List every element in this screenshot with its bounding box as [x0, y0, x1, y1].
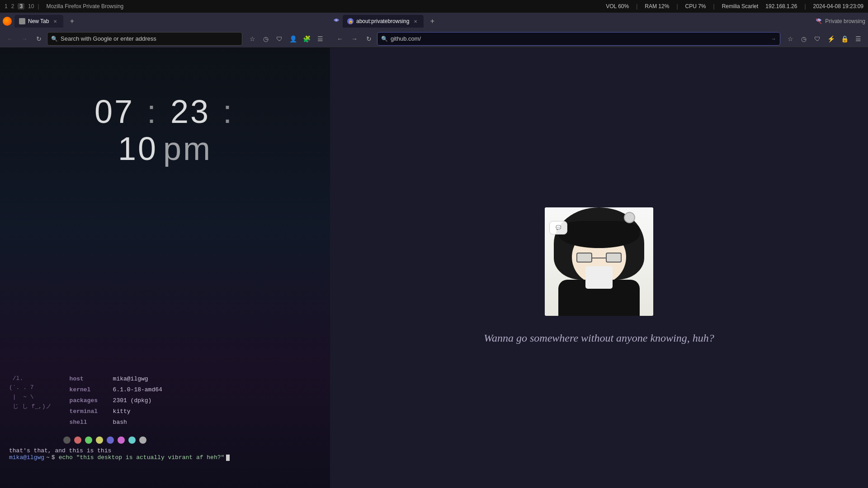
right-search-icon: 🔍: [381, 36, 388, 42]
history-icon[interactable]: ◷: [259, 33, 272, 45]
color-dot-1: [74, 436, 81, 444]
left-url-text[interactable]: Search with Google or enter address: [61, 35, 238, 42]
firefox-right-window: 🔒 about:privatebrowsing ✕ + Private brow…: [330, 13, 868, 488]
clock-minutes: 23: [170, 94, 210, 130]
right-active-tab[interactable]: 🔒 about:privatebrowsing ✕: [343, 15, 424, 28]
clock-ampm: pm: [163, 131, 212, 167]
right-menu-icon[interactable]: ☰: [852, 33, 864, 45]
shell-value: bash: [113, 418, 127, 427]
neofetch-host-row: host mika@ilgwg: [70, 374, 162, 384]
right-back-button[interactable]: ←: [334, 33, 346, 45]
bookmark-icon[interactable]: ☆: [246, 33, 259, 45]
separator: |: [38, 3, 39, 9]
neofetch-ascii: /l. (˙. . 7 | ~ \ じ し f_,)ノ: [9, 374, 52, 412]
cpu-stat: CPU 7%: [685, 3, 706, 9]
prompt-tilde: ~: [46, 454, 50, 461]
private-tab-favicon: 🔒: [347, 18, 354, 24]
right-navbar: ← → ↻ 🔍 github.com/ → ☆ ◷ 🛡 ⚡ 🔒 ☰: [330, 30, 868, 48]
datetime: 2024-04-08 19:23:09: [813, 3, 863, 9]
right-history-icon[interactable]: ◷: [797, 33, 810, 45]
vol-stat: VOL 60%: [606, 3, 629, 9]
left-active-tab[interactable]: New Tab ✕: [14, 15, 63, 28]
forward-button[interactable]: →: [18, 33, 31, 45]
left-navbar: ← → ↻ 🔍 Search with Google or enter addr…: [0, 30, 330, 48]
firefox-logo: [3, 17, 12, 26]
svg-point-0: [335, 19, 337, 21]
time-sep-1: :: [136, 94, 169, 130]
new-tab-favicon: [19, 18, 25, 24]
neofetch-terminal-row: terminal kitty: [70, 407, 162, 417]
left-url-bar[interactable]: 🔍 Search with Google or enter address: [47, 32, 242, 46]
left-tab-label: New Tab: [28, 18, 49, 24]
private-browsing-page: 💬 Wanna go somewhere without anyone know…: [330, 48, 868, 488]
window-title: Mozilla Firefox Private Browsing: [47, 3, 124, 9]
clock-display: 07 : 23 : 10pm: [83, 93, 248, 167]
kernel-value: 6.1.0-18-amd64: [113, 385, 162, 395]
right-firefox-sync-icon[interactable]: ⚡: [825, 33, 837, 45]
right-forward-button[interactable]: →: [348, 33, 361, 45]
neofetch-kernel-row: kernel 6.1.0-18-amd64: [70, 385, 162, 395]
prompt-line[interactable]: mika@ilgwg ~ $ echo "this desktop is act…: [9, 454, 321, 461]
firefox-left-window: New Tab ✕ + ← → ↻ 🔍 Search with Google o…: [0, 13, 330, 488]
extensions-icon[interactable]: 🧩: [300, 33, 313, 45]
right-url-text[interactable]: github.com/: [391, 35, 768, 42]
cursor: [226, 455, 230, 461]
color-dot-5: [118, 436, 125, 444]
right-new-tab-button[interactable]: +: [426, 15, 438, 27]
right-account-icon[interactable]: 🔒: [838, 33, 851, 45]
ram-stat: RAM 12%: [645, 3, 669, 9]
clock-hours: 07: [94, 94, 134, 130]
color-dots: [63, 436, 321, 444]
right-shield-icon[interactable]: 🛡: [811, 33, 824, 45]
right-reload-button[interactable]: ↻: [363, 33, 375, 45]
right-titlebar: 🔒 about:privatebrowsing ✕ + Private brow…: [330, 13, 868, 30]
color-dot-3: [96, 436, 103, 444]
terminal-output-line: that's that, and this is this: [9, 447, 321, 454]
shell-key: shell: [70, 418, 106, 427]
terminal-key: terminal: [70, 407, 106, 417]
color-dot-7: [139, 436, 146, 444]
left-browser-content: 07 : 23 : 10pm /l. (˙. . 7 | ~ \ じ し f_,…: [0, 48, 330, 488]
left-page-content: 07 : 23 : 10pm /l. (˙. . 7 | ~ \ じ し f_,…: [0, 48, 330, 488]
terminal-value: kitty: [113, 407, 131, 417]
search-icon: 🔍: [51, 36, 58, 42]
terminal-output: that's that, and this is this mika@ilgwg…: [9, 447, 321, 461]
color-dot-4: [107, 436, 114, 444]
workspace-10[interactable]: 10: [28, 3, 34, 9]
color-dot-0: [63, 436, 71, 444]
right-navbar-icons: ☆ ◷ 🛡 ⚡ 🔒 ☰: [784, 33, 864, 45]
host-key: host: [70, 374, 106, 384]
prompt-dollar: $: [52, 454, 55, 461]
right-url-bar[interactable]: 🔍 github.com/ →: [377, 32, 780, 46]
private-browsing-badge: Private browsing: [815, 18, 865, 25]
left-navbar-icons: ☆ ◷ 🛡 👤 🧩 ☰: [246, 33, 326, 45]
workspace-3-active[interactable]: 3: [18, 3, 24, 9]
private-quote-text: Wanna go somewhere without anyone knowin…: [484, 329, 714, 347]
time-sep-2: :: [212, 94, 234, 130]
right-bookmark-icon[interactable]: ☆: [784, 33, 797, 45]
clock-seconds: 10: [118, 131, 158, 167]
terminal-section: /l. (˙. . 7 | ~ \ じ し f_,)ノ host mika@il…: [0, 365, 330, 470]
right-tab-label: about:privatebrowsing: [356, 18, 409, 24]
workspace-1[interactable]: 1: [5, 3, 8, 9]
left-new-tab-button[interactable]: +: [66, 15, 78, 27]
neofetch-container: /l. (˙. . 7 | ~ \ じ し f_,)ノ host mika@il…: [9, 374, 321, 427]
shield-icon[interactable]: 🛡: [273, 33, 286, 45]
menu-icon[interactable]: ☰: [314, 33, 326, 45]
packages-value: 2301 (dpkg): [113, 396, 152, 406]
left-tab-close[interactable]: ✕: [52, 18, 59, 25]
private-browsing-label: Private browsing: [825, 18, 865, 24]
account-icon[interactable]: 👤: [287, 33, 299, 45]
right-tab-close[interactable]: ✕: [412, 18, 419, 25]
back-button[interactable]: ←: [4, 33, 16, 45]
right-browser-content: 💬 Wanna go somewhere without anyone know…: [330, 48, 868, 488]
neofetch-packages-row: packages 2301 (dpkg): [70, 396, 162, 406]
system-bar: 1 2 3 10 | Mozilla Firefox Private Brows…: [0, 0, 868, 13]
prompt-user: mika@ilgwg: [9, 454, 44, 461]
url-go-arrow[interactable]: →: [771, 36, 776, 42]
neofetch-shell-row: shell bash: [70, 418, 162, 427]
reload-button[interactable]: ↻: [33, 33, 45, 45]
neofetch-info: host mika@ilgwg kernel 6.1.0-18-amd64 pa…: [70, 374, 162, 427]
user-host: Remilia Scarlet: [722, 3, 759, 9]
workspace-2[interactable]: 2: [11, 3, 14, 9]
